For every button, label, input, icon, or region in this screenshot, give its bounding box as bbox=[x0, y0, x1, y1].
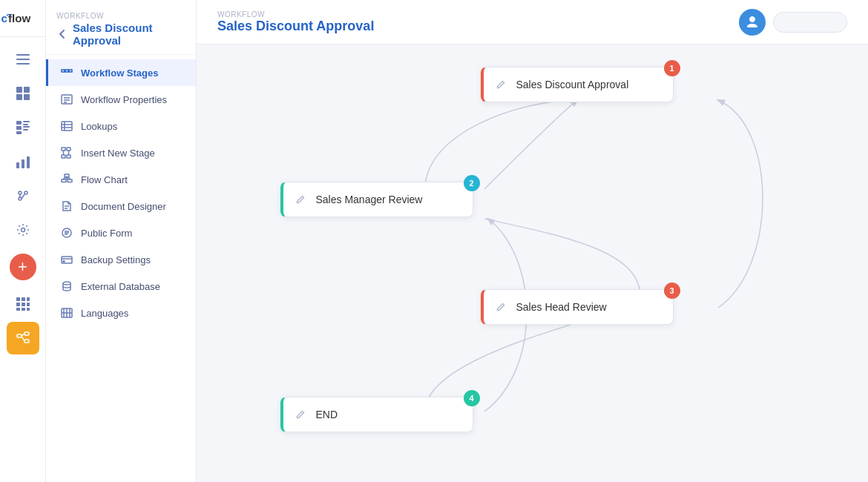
svg-rect-50 bbox=[67, 148, 70, 151]
svg-rect-30 bbox=[27, 303, 30, 306]
svg-rect-55 bbox=[65, 174, 69, 177]
svg-rect-7 bbox=[16, 94, 22, 100]
svg-rect-27 bbox=[27, 297, 30, 301]
svg-rect-32 bbox=[22, 308, 25, 311]
sidebar-item-workflow-stages[interactable]: Workflow Stages bbox=[46, 59, 196, 86]
svg-rect-35 bbox=[24, 332, 29, 335]
sidebar-breadcrumb: WORKFLOW bbox=[56, 12, 185, 20]
data-nav-icon[interactable] bbox=[7, 111, 39, 144]
svg-rect-5 bbox=[16, 87, 22, 93]
add-section: + bbox=[10, 248, 36, 286]
workflow-nav-icon[interactable] bbox=[7, 322, 39, 354]
svg-rect-9 bbox=[16, 121, 22, 125]
svg-point-21 bbox=[19, 191, 22, 194]
svg-rect-14 bbox=[23, 129, 28, 131]
insert-icon bbox=[60, 146, 73, 159]
insert-label: Insert New Stage bbox=[81, 148, 155, 159]
icon-sidebar: c flow bbox=[0, 0, 46, 482]
analytics-nav-icon[interactable] bbox=[7, 179, 39, 212]
svg-rect-16 bbox=[16, 162, 19, 168]
flow-area: Sales Discount Approval 1 Sales Manager … bbox=[197, 44, 868, 482]
svg-text:c: c bbox=[1, 12, 7, 24]
sidebar-item-lookups[interactable]: Lookups bbox=[46, 113, 196, 139]
svg-point-71 bbox=[63, 282, 70, 285]
flowchart-icon bbox=[60, 173, 73, 186]
lookups-label: Lookups bbox=[81, 121, 117, 132]
svg-line-23 bbox=[22, 194, 24, 199]
svg-rect-49 bbox=[62, 148, 65, 151]
sidebar-item-public-form[interactable]: Public Form bbox=[46, 219, 196, 246]
sidebar-item-external-database[interactable]: External Database bbox=[46, 273, 196, 300]
edit-node2-icon[interactable] bbox=[292, 191, 309, 208]
properties-icon bbox=[60, 93, 73, 106]
svg-rect-34 bbox=[17, 334, 22, 337]
database-icon bbox=[60, 280, 73, 293]
svg-point-20 bbox=[24, 191, 27, 194]
svg-rect-25 bbox=[16, 297, 20, 301]
svg-rect-29 bbox=[22, 303, 25, 306]
svg-rect-36 bbox=[24, 340, 29, 343]
settings-nav-icon[interactable] bbox=[7, 214, 39, 246]
svg-rect-6 bbox=[24, 87, 30, 93]
svg-rect-28 bbox=[16, 303, 20, 306]
user-avatar[interactable] bbox=[739, 9, 766, 36]
sidebar-item-flow-chart[interactable]: Flow Chart bbox=[46, 166, 196, 193]
node-end[interactable]: END 4 bbox=[280, 397, 473, 432]
logo-area: c flow bbox=[0, 0, 46, 37]
hamburger-icon[interactable] bbox=[7, 43, 39, 76]
languages-label: Languages bbox=[81, 308, 128, 319]
svg-rect-45 bbox=[62, 122, 72, 131]
node2-badge: 2 bbox=[464, 175, 480, 191]
svg-rect-51 bbox=[62, 155, 65, 158]
svg-line-38 bbox=[22, 336, 24, 341]
search-bar bbox=[773, 12, 847, 33]
svg-point-19 bbox=[19, 197, 22, 200]
sidebar-item-workflow-properties[interactable]: Workflow Properties bbox=[46, 86, 196, 113]
backup-label: Backup Settings bbox=[81, 254, 151, 265]
chart-nav-icon[interactable] bbox=[7, 145, 39, 178]
grid-nav-icon[interactable] bbox=[7, 288, 39, 320]
edit-node3-icon[interactable] bbox=[493, 299, 509, 315]
public-form-label: Public Form bbox=[81, 228, 132, 239]
flow-canvas: Sales Discount Approval 1 Sales Manager … bbox=[199, 44, 867, 482]
edit-node1-icon[interactable] bbox=[493, 76, 509, 93]
document-label: Document Designer bbox=[81, 201, 166, 212]
svg-text:flow: flow bbox=[8, 12, 30, 24]
dashboard-nav-icon[interactable] bbox=[7, 77, 39, 110]
header-breadcrumb: WORKFLOW bbox=[217, 10, 374, 19]
svg-rect-26 bbox=[22, 297, 25, 301]
properties-label: Workflow Properties bbox=[81, 94, 167, 105]
menu-items-list: Workflow Stages Workflow Properties bbox=[46, 55, 196, 482]
svg-point-70 bbox=[63, 261, 65, 263]
node1-badge: 1 bbox=[664, 60, 680, 76]
stages-icon bbox=[60, 66, 73, 79]
sidebar-item-languages[interactable]: Languages bbox=[46, 300, 196, 326]
main-header: WORKFLOW Sales Discount Approval bbox=[197, 0, 868, 44]
node-sales-head-review[interactable]: Sales Head Review 3 bbox=[481, 289, 674, 325]
svg-rect-31 bbox=[16, 308, 20, 311]
svg-rect-17 bbox=[22, 159, 24, 168]
sidebar-item-backup-settings[interactable]: Backup Settings bbox=[46, 246, 196, 273]
lookups-icon bbox=[60, 119, 73, 133]
sidebar-item-insert-stage[interactable]: Insert New Stage bbox=[46, 139, 196, 166]
svg-rect-52 bbox=[67, 155, 70, 158]
form-icon bbox=[60, 226, 73, 240]
sidebar-item-document-designer[interactable]: Document Designer bbox=[46, 193, 196, 219]
svg-rect-15 bbox=[16, 131, 22, 134]
node4-badge: 4 bbox=[464, 390, 480, 406]
document-icon bbox=[60, 199, 73, 213]
sidebar-header: WORKFLOW Sales Discount Approval bbox=[46, 0, 196, 55]
svg-rect-11 bbox=[23, 124, 28, 125]
svg-rect-2 bbox=[16, 54, 30, 56]
external-db-label: External Database bbox=[81, 281, 160, 292]
edit-node4-icon[interactable] bbox=[292, 406, 309, 423]
sidebar-title: Sales Discount Approval bbox=[73, 22, 185, 47]
flowchart-label: Flow Chart bbox=[81, 174, 128, 185]
svg-rect-8 bbox=[24, 94, 30, 100]
node-sales-manager-review[interactable]: Sales Manager Review 2 bbox=[280, 182, 473, 217]
header-left: WORKFLOW Sales Discount Approval bbox=[217, 10, 374, 34]
back-button[interactable] bbox=[56, 28, 68, 40]
add-button[interactable]: + bbox=[10, 254, 36, 280]
node-sales-discount-approval[interactable]: Sales Discount Approval 1 bbox=[481, 67, 674, 102]
stages-label: Workflow Stages bbox=[81, 67, 159, 79]
